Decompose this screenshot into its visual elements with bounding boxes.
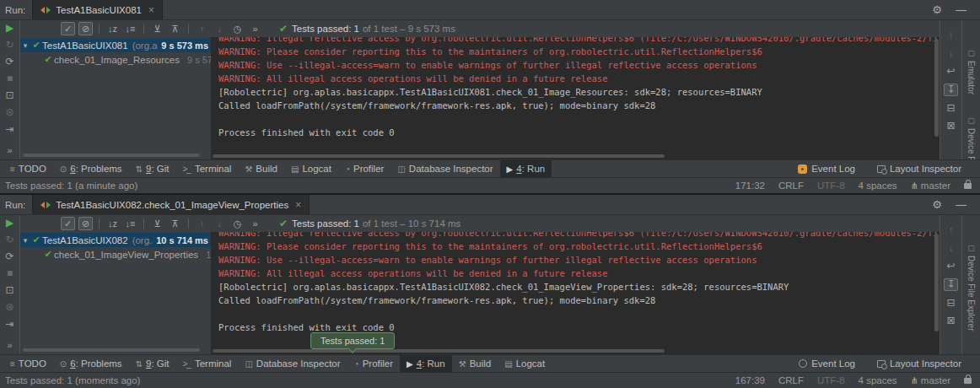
stop-icon[interactable]: ■: [7, 268, 13, 279]
more-actions-icon[interactable]: »: [248, 22, 262, 35]
tree-horizontal-scrollbar[interactable]: [23, 348, 200, 352]
test-tree-child-row[interactable]: ✔ check_01_Image_Resources 9 s 573 ms: [20, 52, 211, 67]
layout-inspector-button[interactable]: Layout Inspector: [877, 358, 961, 369]
screenshot-icon[interactable]: ⊡: [5, 90, 13, 101]
toolwindow-profiler[interactable]: ◔Profiler: [347, 355, 400, 372]
console-output[interactable]: WARNING: Illegal reflective access by or…: [211, 37, 940, 159]
toolwindow-profiler[interactable]: ◔Profiler: [338, 160, 390, 177]
close-tab-icon[interactable]: ×: [295, 199, 301, 211]
down-stack-trace-icon[interactable]: ↓: [949, 243, 954, 254]
screenshot-icon[interactable]: ⊡: [5, 285, 13, 296]
toggle-auto-test-icon[interactable]: ⟳: [5, 251, 13, 262]
collapse-all-icon[interactable]: ⊼: [168, 22, 182, 35]
toolwindow-todo[interactable]: ≡TODO: [3, 160, 53, 177]
caret-position[interactable]: 171:32: [735, 181, 765, 191]
git-branch[interactable]: ⋔master: [911, 181, 950, 191]
sort-by-duration-icon[interactable]: ↓≡: [123, 22, 137, 35]
test-tree-root-row[interactable]: ▾ ✔ TestA1BasicUIX081 (org.aplas.basica …: [20, 38, 211, 52]
rerun-tests-icon[interactable]: ▶: [6, 218, 13, 229]
toolwindow-problems[interactable]: ⊙6: Problems: [53, 355, 129, 372]
test-options-icon[interactable]: ⊛: [5, 107, 13, 118]
toolwindow-logcat[interactable]: ▤Logcat: [284, 160, 338, 177]
run-tab[interactable]: TestA1BasicUIX082.check_01_ImageView_Pro…: [32, 195, 310, 214]
show-ignored-icon[interactable]: ⊘: [78, 22, 93, 35]
toolwindow-git[interactable]: ⇅9: Git: [129, 355, 176, 372]
import-test-results-icon[interactable]: ⇥: [5, 319, 13, 330]
settings-gear-icon[interactable]: ⚙: [932, 198, 942, 211]
file-encoding[interactable]: UTF-8: [817, 375, 845, 385]
toolwindow-build[interactable]: ⚒Build: [238, 160, 284, 177]
toolwindow-problems[interactable]: ⊙6: Problems: [53, 160, 129, 177]
toolwindow-git[interactable]: ⇅9: Git: [129, 160, 176, 177]
down-stack-trace-icon[interactable]: ↓: [949, 48, 954, 59]
up-stack-trace-icon[interactable]: ↑: [949, 225, 954, 236]
more-icon[interactable]: »: [7, 340, 12, 351]
layout-inspector-button[interactable]: Layout Inspector: [877, 164, 961, 174]
sort-alphabetically-icon[interactable]: ↓z: [105, 217, 120, 230]
line-separator[interactable]: CRLF: [778, 375, 804, 385]
lock-icon[interactable]: [964, 378, 972, 384]
console-horizontal-scrollbar[interactable]: [213, 154, 665, 158]
lock-icon[interactable]: [964, 183, 972, 189]
console-vertical-scrollbar[interactable]: [934, 234, 939, 331]
console-horizontal-scrollbar[interactable]: [213, 349, 665, 353]
previous-failed-test-icon[interactable]: ↑: [195, 217, 209, 230]
sort-alphabetically-icon[interactable]: ↓z: [105, 22, 120, 35]
chevron-down-icon[interactable]: ▾: [20, 41, 30, 50]
minimize-icon[interactable]: —: [956, 198, 967, 211]
toolwindow-database-inspector[interactable]: ◫Database Inspector: [390, 160, 499, 177]
show-passed-icon[interactable]: ✓: [61, 22, 75, 35]
soft-wrap-icon[interactable]: ↩: [946, 261, 955, 272]
next-failed-test-icon[interactable]: ↓: [213, 217, 227, 230]
show-ignored-icon[interactable]: ⊘: [78, 217, 93, 230]
tool-window-button[interactable]: ▢ Device File Explorer: [967, 244, 976, 331]
tool-window-button[interactable]: ▢ Emulator: [967, 49, 976, 94]
test-history-icon[interactable]: ◷: [230, 22, 245, 35]
test-options-icon[interactable]: ⊛: [5, 302, 13, 313]
sort-by-duration-icon[interactable]: ↓≡: [123, 217, 137, 230]
line-separator[interactable]: CRLF: [778, 181, 804, 191]
console-vertical-scrollbar[interactable]: [934, 39, 939, 137]
show-passed-icon[interactable]: ✓: [61, 217, 75, 230]
toolwindow-build[interactable]: ⚒Build: [452, 355, 498, 372]
git-branch[interactable]: ⋔master: [911, 375, 950, 386]
print-icon[interactable]: ⊟: [946, 298, 955, 309]
close-tab-icon[interactable]: ×: [148, 4, 154, 16]
indent-style[interactable]: 4 spaces: [859, 375, 897, 385]
previous-failed-test-icon[interactable]: ↑: [195, 22, 209, 35]
indent-style[interactable]: 4 spaces: [859, 181, 897, 191]
soft-wrap-icon[interactable]: ↩: [946, 66, 955, 77]
clear-console-icon[interactable]: ⊠: [946, 315, 955, 326]
import-test-results-icon[interactable]: ⇥: [5, 124, 13, 135]
caret-position[interactable]: 167:39: [735, 375, 765, 385]
test-history-icon[interactable]: ◷: [230, 217, 245, 230]
collapse-all-icon[interactable]: ⊼: [168, 217, 182, 230]
test-tree-root-row[interactable]: ▾ ✔ TestA1BasicUIX082 (org.aplas.basica …: [20, 233, 211, 247]
scroll-to-end-icon[interactable]: ↧: [944, 278, 957, 291]
run-tab[interactable]: TestA1BasicUIX081 ×: [32, 0, 163, 19]
file-encoding[interactable]: UTF-8: [817, 181, 845, 191]
chevron-down-icon[interactable]: ▾: [20, 236, 30, 245]
event-log-button[interactable]: Event Log: [798, 164, 855, 174]
settings-gear-icon[interactable]: ⚙: [932, 3, 942, 16]
print-icon[interactable]: ⊟: [946, 103, 955, 114]
rerun-failed-tests-icon[interactable]: ↻: [5, 40, 13, 51]
stop-icon[interactable]: ■: [7, 73, 13, 84]
more-icon[interactable]: »: [7, 145, 12, 156]
event-log-button[interactable]: Event Log: [799, 358, 855, 369]
rerun-failed-tests-icon[interactable]: ↻: [5, 234, 13, 245]
toolwindow-terminal[interactable]: >_Terminal: [176, 355, 239, 372]
toolwindow-todo[interactable]: ≡TODO: [3, 355, 53, 372]
scroll-to-end-icon[interactable]: ↧: [944, 84, 957, 96]
expand-all-icon[interactable]: ⊻: [150, 217, 164, 230]
toolwindow-logcat[interactable]: ▤Logcat: [498, 355, 552, 372]
rerun-tests-icon[interactable]: ▶: [6, 23, 13, 34]
expand-all-icon[interactable]: ⊻: [150, 22, 164, 35]
toolwindow-run[interactable]: ▶4: Run: [400, 355, 452, 372]
toolwindow-terminal[interactable]: >_Terminal: [176, 160, 239, 177]
more-actions-icon[interactable]: »: [248, 217, 262, 230]
toolwindow-database-inspector[interactable]: ◫Database Inspector: [238, 355, 347, 372]
next-failed-test-icon[interactable]: ↓: [213, 22, 227, 35]
minimize-icon[interactable]: —: [956, 3, 967, 16]
tree-horizontal-scrollbar[interactable]: [23, 154, 200, 157]
